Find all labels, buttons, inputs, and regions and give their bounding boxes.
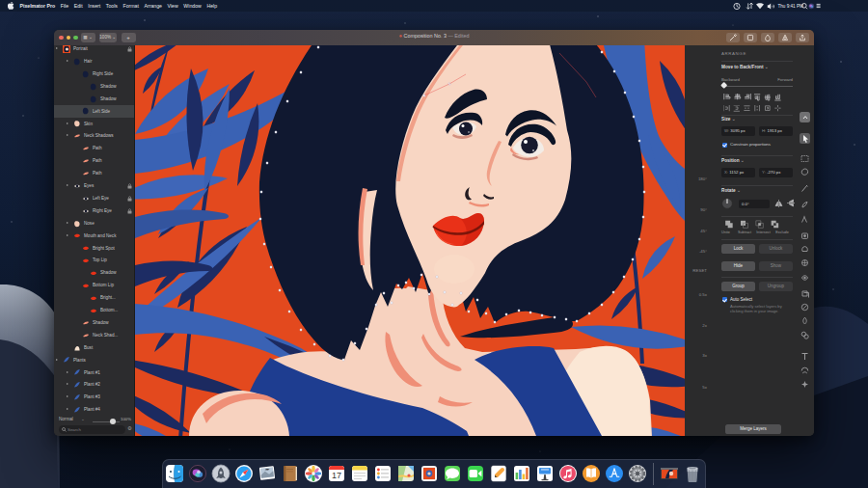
svg-text:17: 17 xyxy=(332,471,341,480)
svg-text:Thu 9:41 PM: Thu 9:41 PM xyxy=(778,4,803,9)
